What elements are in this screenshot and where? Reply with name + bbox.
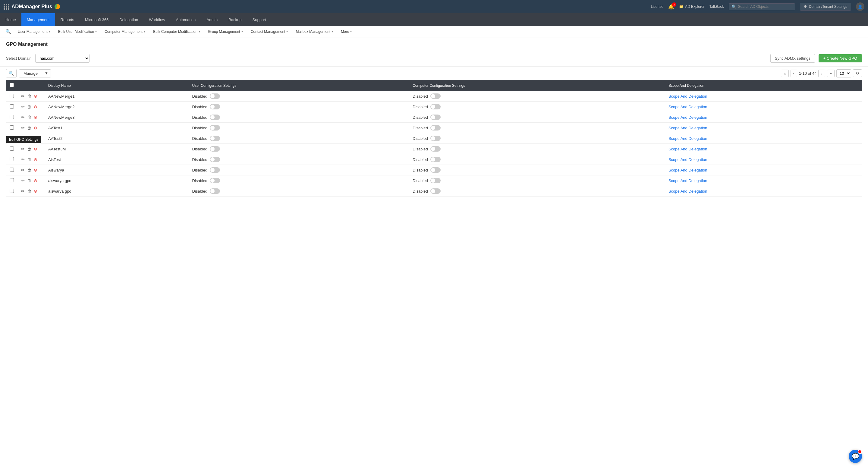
user-config-toggle[interactable] bbox=[210, 146, 220, 152]
user-config-toggle[interactable] bbox=[210, 167, 220, 173]
search-ad-input[interactable] bbox=[738, 4, 792, 9]
row-checkbox[interactable] bbox=[10, 125, 14, 130]
row-checkbox[interactable] bbox=[10, 104, 14, 108]
subnav-item-mailbox-management[interactable]: Mailbox Management▾ bbox=[292, 26, 337, 37]
scope-delegation-link[interactable]: Scope And Delegation bbox=[669, 126, 707, 130]
edit-icon[interactable]: ✏ bbox=[21, 167, 25, 173]
last-page-button[interactable]: » bbox=[827, 70, 835, 77]
notification-bell[interactable]: 🔔 2 bbox=[668, 4, 674, 10]
delete-icon[interactable]: 🗑 bbox=[27, 104, 31, 109]
subnav-item-bulk-user-modification[interactable]: Bulk User Modification▾ bbox=[55, 26, 100, 37]
delete-icon[interactable]: 🗑 bbox=[27, 157, 31, 162]
subnav-item-bulk-computer-modification[interactable]: Bulk Computer Modification▾ bbox=[150, 26, 204, 37]
subnav-search-button[interactable]: 🔍 bbox=[3, 28, 13, 36]
computer-config-toggle[interactable] bbox=[430, 136, 441, 141]
computer-config-toggle[interactable] bbox=[430, 157, 441, 162]
delete-icon[interactable]: 🗑 bbox=[27, 94, 31, 99]
block-icon[interactable]: ⊘ bbox=[34, 147, 37, 151]
page-size-select[interactable]: 10 25 50 bbox=[836, 69, 851, 77]
talkback-link[interactable]: TalkBack bbox=[710, 4, 724, 9]
domain-select[interactable]: nas.com bbox=[35, 54, 90, 63]
chat-bubble[interactable]: 💬 bbox=[849, 450, 862, 463]
edit-icon[interactable]: ✏ bbox=[21, 189, 25, 193]
prev-page-button[interactable]: ‹ bbox=[790, 70, 797, 77]
scope-delegation-link[interactable]: Scope And Delegation bbox=[669, 115, 707, 120]
row-checkbox[interactable] bbox=[10, 167, 14, 172]
edit-icon[interactable]: ✏ bbox=[21, 125, 25, 130]
sync-admx-button[interactable]: Sync ADMX settings bbox=[770, 54, 815, 63]
next-page-button[interactable]: › bbox=[818, 70, 825, 77]
subnav-item-computer-management[interactable]: Computer Management▾ bbox=[101, 26, 149, 37]
computer-config-toggle[interactable] bbox=[430, 188, 441, 194]
computer-config-toggle[interactable] bbox=[430, 146, 441, 152]
manage-button[interactable]: Manage bbox=[19, 70, 42, 77]
edit-icon[interactable]: ✏ bbox=[21, 104, 25, 109]
table-search-button[interactable]: 🔍 bbox=[6, 69, 17, 77]
user-config-toggle[interactable] bbox=[210, 136, 220, 141]
scope-delegation-link[interactable]: Scope And Delegation bbox=[669, 147, 707, 151]
edit-icon[interactable]: ✏ bbox=[21, 178, 25, 183]
block-icon[interactable]: ⊘ bbox=[34, 115, 37, 120]
subnav-item-group-management[interactable]: Group Management▾ bbox=[204, 26, 247, 37]
computer-config-toggle[interactable] bbox=[430, 167, 441, 173]
subnav-item-contact-management[interactable]: Contact Management▾ bbox=[247, 26, 292, 37]
edit-icon[interactable]: ✏ bbox=[21, 147, 25, 151]
edit-icon[interactable]: ✏ bbox=[21, 94, 25, 99]
select-all-checkbox[interactable] bbox=[10, 83, 14, 87]
scope-delegation-link[interactable]: Scope And Delegation bbox=[669, 168, 707, 173]
edit-icon[interactable]: ✏ bbox=[21, 157, 25, 162]
user-config-toggle[interactable] bbox=[210, 188, 220, 194]
nav-item-microsoft365[interactable]: Microsoft 365 bbox=[80, 13, 114, 26]
block-icon[interactable]: ⊘ bbox=[34, 125, 37, 130]
subnav-item-more[interactable]: More▾ bbox=[337, 26, 355, 37]
nav-item-home[interactable]: Home bbox=[0, 13, 22, 26]
user-config-toggle[interactable] bbox=[210, 115, 220, 120]
computer-config-toggle[interactable] bbox=[430, 115, 441, 120]
delete-icon[interactable]: 🗑 bbox=[27, 189, 31, 193]
block-icon[interactable]: ⊘ bbox=[34, 167, 37, 173]
block-icon[interactable]: ⊘ bbox=[34, 157, 37, 162]
nav-item-automation[interactable]: Automation bbox=[170, 13, 201, 26]
row-checkbox[interactable] bbox=[10, 147, 14, 151]
scope-delegation-link[interactable]: Scope And Delegation bbox=[669, 94, 707, 99]
scope-delegation-link[interactable]: Scope And Delegation bbox=[669, 104, 707, 109]
delete-icon[interactable]: 🗑 bbox=[27, 115, 31, 120]
row-checkbox[interactable] bbox=[10, 178, 14, 182]
row-checkbox[interactable] bbox=[10, 189, 14, 193]
row-checkbox[interactable] bbox=[10, 115, 14, 119]
nav-item-support[interactable]: Support bbox=[247, 13, 272, 26]
row-checkbox[interactable] bbox=[10, 94, 14, 98]
user-avatar[interactable]: 👤 bbox=[856, 2, 864, 11]
delete-icon[interactable]: 🗑 bbox=[27, 125, 31, 130]
edit-icon[interactable]: ✏ bbox=[21, 115, 25, 120]
scope-delegation-link[interactable]: Scope And Delegation bbox=[669, 157, 707, 162]
refresh-button[interactable]: ↻ bbox=[853, 69, 862, 77]
subnav-item-user-management[interactable]: User Management▾ bbox=[14, 26, 54, 37]
block-icon[interactable]: ⊘ bbox=[34, 94, 37, 99]
delete-icon[interactable]: 🗑 bbox=[27, 147, 31, 151]
create-gpo-button[interactable]: + Create New GPO bbox=[818, 54, 862, 62]
user-config-toggle[interactable] bbox=[210, 104, 220, 110]
nav-item-delegation[interactable]: Delegation bbox=[114, 13, 144, 26]
delete-icon[interactable]: 🗑 bbox=[27, 178, 31, 183]
first-page-button[interactable]: « bbox=[781, 70, 788, 77]
user-config-toggle[interactable] bbox=[210, 157, 220, 162]
user-config-toggle[interactable] bbox=[210, 93, 220, 99]
nav-item-reports[interactable]: Reports bbox=[55, 13, 80, 26]
scope-delegation-link[interactable]: Scope And Delegation bbox=[669, 136, 707, 141]
scope-delegation-link[interactable]: Scope And Delegation bbox=[669, 189, 707, 193]
nav-item-admin[interactable]: Admin bbox=[201, 13, 223, 26]
delete-icon[interactable]: 🗑 bbox=[27, 167, 31, 173]
domain-settings-button[interactable]: ⚙ Domain/Tenant Settings bbox=[800, 3, 851, 10]
block-icon[interactable]: ⊘ bbox=[34, 178, 37, 183]
row-checkbox[interactable] bbox=[10, 157, 14, 161]
license-link[interactable]: License bbox=[651, 4, 663, 9]
computer-config-toggle[interactable] bbox=[430, 93, 441, 99]
nav-item-backup[interactable]: Backup bbox=[223, 13, 247, 26]
block-icon[interactable]: ⊘ bbox=[34, 104, 37, 109]
nav-item-management[interactable]: Management bbox=[22, 13, 55, 26]
computer-config-toggle[interactable] bbox=[430, 125, 441, 130]
search-ad-objects[interactable]: 🔍 bbox=[729, 3, 795, 10]
user-config-toggle[interactable] bbox=[210, 125, 220, 130]
computer-config-toggle[interactable] bbox=[430, 178, 441, 183]
